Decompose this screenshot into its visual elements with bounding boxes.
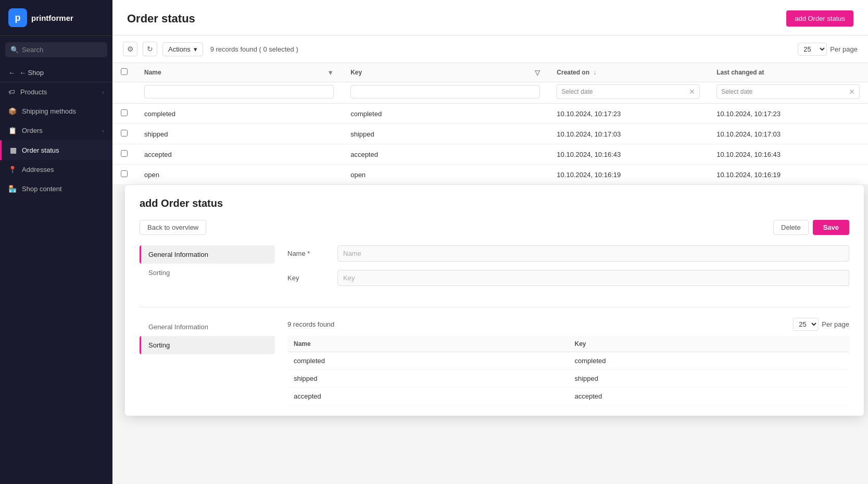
shop-back-link[interactable]: ← ← Shop (0, 64, 112, 82)
chevron-right-icon: › (102, 89, 104, 95)
select-all-checkbox[interactable] (121, 68, 128, 75)
row-checkbox[interactable] (121, 109, 128, 116)
key-filter-icon: ▽ (535, 69, 540, 77)
sorting-table: Name Key completed completed shipped shi… (287, 336, 849, 405)
row-created: 10.10.2024, 10:16:43 (548, 144, 708, 165)
order-status-icon: ▦ (10, 146, 17, 154)
key-filter-input[interactable] (350, 85, 540, 98)
per-page-control: 25 50 100 Per page (798, 43, 858, 56)
chevron-right-icon-orders: ‹ (102, 128, 104, 134)
modal-nav-sidebar: General Information Sorting (140, 245, 275, 294)
row-name: completed (136, 104, 342, 124)
modal-nav-general-info-2[interactable]: General Information (140, 318, 275, 336)
search-input[interactable] (22, 46, 102, 54)
col-last-changed[interactable]: Last changed at (708, 63, 868, 82)
sidebar-item-shop-content[interactable]: 🏪 Shop content (0, 179, 112, 198)
row-created: 10.10.2024, 10:17:23 (548, 104, 708, 124)
search-icon: 🔍 (10, 46, 19, 54)
delete-button[interactable]: Delete (773, 220, 809, 235)
arrow-left-icon: ← (8, 69, 15, 77)
sidebar-item-order-status[interactable]: ▦ Order status (0, 140, 112, 160)
search-container: 🔍 (5, 42, 107, 57)
refresh-button[interactable]: ↻ (143, 42, 157, 56)
filter-icon: ▼ (327, 69, 334, 77)
sorting-row-name: accepted (287, 388, 569, 405)
sorting-table-row: accepted accepted (287, 388, 849, 405)
orders-table: Name ▼ Key ▽ Created on ↓ Last changed a… (112, 63, 868, 185)
row-key: accepted (342, 144, 548, 165)
sorting-row-key: accepted (569, 388, 850, 405)
records-found-label: 9 records found ( 0 selected ) (210, 45, 298, 53)
actions-dropdown[interactable]: Actions ▾ (162, 42, 203, 56)
row-key: open (342, 165, 548, 185)
sidebar-item-products[interactable]: 🏷 Products › (0, 82, 112, 102)
sorting-row-key: shipped (569, 370, 850, 388)
section-divider (140, 307, 849, 307)
add-order-status-button[interactable]: add Order status (786, 10, 853, 27)
modal-actions-bar: Back to overview Delete Save (140, 220, 849, 235)
table-row: open open 10.10.2024, 10:16:19 10.10.202… (112, 165, 868, 185)
sorting-table-row: completed completed (287, 352, 849, 370)
created-date-placeholder: Select date (561, 88, 593, 95)
sidebar: p printformer 🔍 ← ← Shop 🏷 Products › 📦 … (0, 0, 112, 484)
shipping-icon: 📦 (8, 107, 17, 115)
sorting-col-name: Name (287, 336, 569, 352)
row-created: 10.10.2024, 10:17:03 (548, 124, 708, 144)
chevron-down-icon: ▾ (194, 45, 197, 53)
col-created-on[interactable]: Created on ↓ (548, 63, 708, 82)
col-key[interactable]: Key ▽ (342, 63, 548, 82)
sorting-records-label: 9 records found (287, 320, 334, 328)
changed-date-filter[interactable]: Select date ✕ (716, 84, 860, 99)
settings-button[interactable]: ⚙ (123, 42, 137, 56)
changed-date-clear[interactable]: ✕ (849, 88, 855, 96)
page-title: Order status (127, 12, 195, 26)
table-body: completed completed 10.10.2024, 10:17:23… (112, 104, 868, 185)
table-toolbar: ⚙ ↻ Actions ▾ 9 records found ( 0 select… (112, 35, 868, 63)
sorting-row-name: completed (287, 352, 569, 370)
sorting-header: 9 records found 25 50 Per page (287, 318, 849, 331)
sidebar-item-addresses[interactable]: 📍 Addresses (0, 160, 112, 179)
name-form-input[interactable] (337, 245, 849, 262)
logo-text: printformer (31, 14, 73, 22)
save-button[interactable]: Save (813, 220, 849, 235)
logo-icon: p (8, 8, 27, 27)
sidebar-logo[interactable]: p printformer (0, 0, 112, 36)
row-checkbox[interactable] (121, 170, 128, 177)
table-row: shipped shipped 10.10.2024, 10:17:03 10.… (112, 124, 868, 144)
modal-sorting-body: General Information Sorting 9 records fo… (140, 318, 849, 405)
created-date-clear[interactable]: ✕ (689, 88, 695, 96)
name-filter-input[interactable] (144, 85, 334, 98)
sidebar-item-orders[interactable]: 📋 Orders ‹ (0, 121, 112, 140)
per-page-select[interactable]: 25 50 100 (798, 43, 827, 56)
modal-form-content: Name * Key (287, 245, 849, 294)
sort-icon-created: ↓ (593, 69, 596, 76)
addresses-icon: 📍 (8, 166, 17, 173)
sorting-col-key: Key (569, 336, 850, 352)
sidebar-nav: 🏷 Products › 📦 Shipping methods 📋 Orders… (0, 82, 112, 484)
sorting-per-page-select[interactable]: 25 50 (793, 318, 819, 331)
modal-nav-sorting[interactable]: Sorting (140, 264, 275, 282)
add-order-status-modal: add Order status Back to overview Delete… (125, 185, 864, 416)
row-changed: 10.10.2024, 10:16:43 (708, 144, 868, 165)
sorting-row-key: completed (569, 352, 850, 370)
key-form-input[interactable] (337, 270, 849, 286)
row-created: 10.10.2024, 10:16:19 (548, 165, 708, 185)
row-changed: 10.10.2024, 10:16:19 (708, 165, 868, 185)
sidebar-item-shipping-methods[interactable]: 📦 Shipping methods (0, 102, 112, 121)
row-key: shipped (342, 124, 548, 144)
orders-icon: 📋 (8, 127, 17, 134)
name-form-label: Name * (287, 245, 329, 257)
modal-general-info-body: General Information Sorting Name * Key (140, 245, 849, 294)
created-date-filter[interactable]: Select date ✕ (557, 84, 700, 99)
sorting-table-body: completed completed shipped shipped acce… (287, 352, 849, 405)
modal-nav-sorting-2[interactable]: Sorting (140, 336, 275, 354)
modal-nav-general-info[interactable]: General Information (140, 245, 275, 264)
row-checkbox[interactable] (121, 130, 128, 136)
row-checkbox[interactable] (121, 150, 128, 157)
key-form-label: Key (287, 270, 329, 282)
row-key: completed (342, 104, 548, 124)
table-row: completed completed 10.10.2024, 10:17:23… (112, 104, 868, 124)
products-icon: 🏷 (8, 88, 15, 96)
back-to-overview-button[interactable]: Back to overview (140, 220, 206, 235)
col-name[interactable]: Name ▼ (136, 63, 342, 82)
